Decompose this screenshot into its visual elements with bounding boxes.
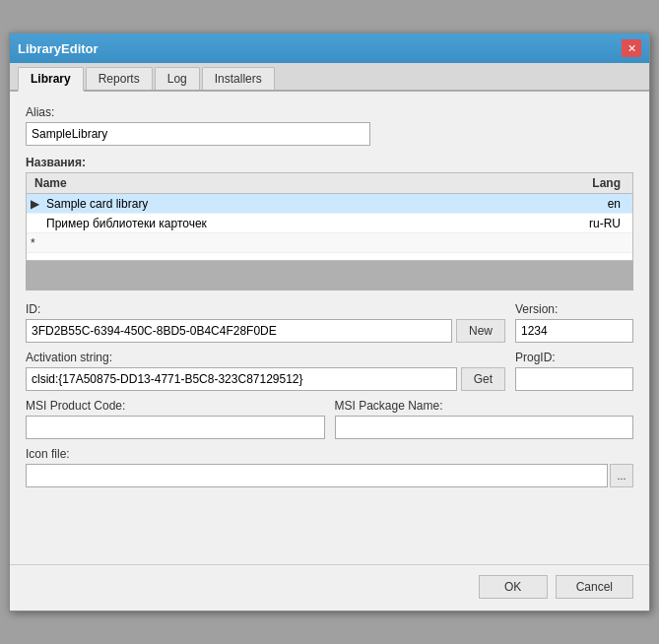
table-row[interactable]: ▶ Sample card library en bbox=[27, 194, 632, 214]
row-lang: ru-RU bbox=[569, 217, 628, 230]
id-group: ID: New bbox=[26, 302, 505, 343]
dialog-title: LibraryEditor bbox=[18, 41, 99, 56]
icon-input[interactable] bbox=[26, 464, 608, 487]
title-bar: LibraryEditor ✕ bbox=[10, 33, 649, 63]
row-lang: en bbox=[569, 197, 628, 211]
activation-input-row: Get bbox=[26, 367, 505, 391]
cancel-button[interactable]: Cancel bbox=[556, 575, 633, 599]
msi-package-input[interactable] bbox=[335, 416, 634, 439]
row-arrow: ▶ bbox=[31, 197, 42, 211]
msi-product-input[interactable] bbox=[26, 416, 325, 439]
id-input-row: New bbox=[26, 319, 505, 343]
version-input[interactable] bbox=[515, 319, 633, 343]
tab-installers[interactable]: Installers bbox=[202, 67, 275, 90]
progid-group: ProgID: bbox=[515, 351, 633, 391]
get-button[interactable]: Get bbox=[461, 367, 505, 391]
msi-package-group: MSI Package Name: bbox=[335, 399, 634, 439]
browse-button[interactable]: ... bbox=[610, 464, 633, 487]
table-header: Name Lang bbox=[27, 173, 632, 194]
header-lang: Lang bbox=[569, 175, 628, 191]
id-input[interactable] bbox=[26, 319, 452, 343]
version-group: Version: bbox=[515, 302, 633, 343]
nazvaniya-table[interactable]: Name Lang ▶ Sample card library en Приме… bbox=[26, 172, 633, 261]
nazvaniya-label: Названия: bbox=[26, 156, 633, 169]
content-spacer bbox=[26, 495, 633, 554]
header-name: Name bbox=[31, 175, 569, 191]
msi-row: MSI Product Code: MSI Package Name: bbox=[26, 399, 633, 439]
alias-input[interactable] bbox=[26, 122, 370, 146]
gray-spacer bbox=[26, 261, 633, 290]
msi-product-label: MSI Product Code: bbox=[26, 399, 325, 413]
progid-label: ProgID: bbox=[515, 351, 633, 364]
id-version-row: ID: New Version: bbox=[26, 302, 633, 343]
icon-row: Icon file: ... bbox=[26, 447, 633, 487]
version-label: Version: bbox=[515, 302, 633, 316]
id-label: ID: bbox=[26, 302, 505, 316]
icon-label: Icon file: bbox=[26, 447, 633, 461]
dialog-window: LibraryEditor ✕ Library Reports Log Inst… bbox=[9, 32, 650, 612]
tab-bar: Library Reports Log Installers bbox=[10, 63, 649, 92]
activation-input[interactable] bbox=[26, 367, 457, 391]
tab-log[interactable]: Log bbox=[155, 67, 200, 90]
msi-package-label: MSI Package Name: bbox=[335, 399, 634, 413]
new-row[interactable]: * bbox=[27, 233, 632, 253]
alias-row: Alias: bbox=[26, 105, 633, 146]
row-name: Пример библиотеки карточек bbox=[42, 217, 569, 230]
activation-label: Activation string: bbox=[26, 351, 505, 364]
row-name: Sample card library bbox=[42, 197, 569, 211]
tab-reports[interactable]: Reports bbox=[86, 67, 153, 90]
progid-input[interactable] bbox=[515, 367, 633, 391]
icon-input-row: ... bbox=[26, 464, 633, 487]
nazvaniya-section: Названия: Name Lang ▶ Sample card librar… bbox=[26, 156, 633, 290]
activation-group: Activation string: Get bbox=[26, 351, 505, 391]
tab-content: Alias: Названия: Name Lang ▶ Sample card… bbox=[10, 92, 649, 564]
new-button[interactable]: New bbox=[456, 319, 505, 343]
footer: OK Cancel bbox=[10, 564, 649, 611]
table-row[interactable]: Пример библиотеки карточек ru-RU bbox=[27, 214, 632, 233]
ok-button[interactable]: OK bbox=[479, 575, 548, 599]
alias-label: Alias: bbox=[26, 105, 633, 119]
tab-library[interactable]: Library bbox=[18, 67, 84, 92]
msi-product-group: MSI Product Code: bbox=[26, 399, 325, 439]
activation-progid-row: Activation string: Get ProgID: bbox=[26, 351, 633, 391]
close-button[interactable]: ✕ bbox=[622, 39, 641, 57]
